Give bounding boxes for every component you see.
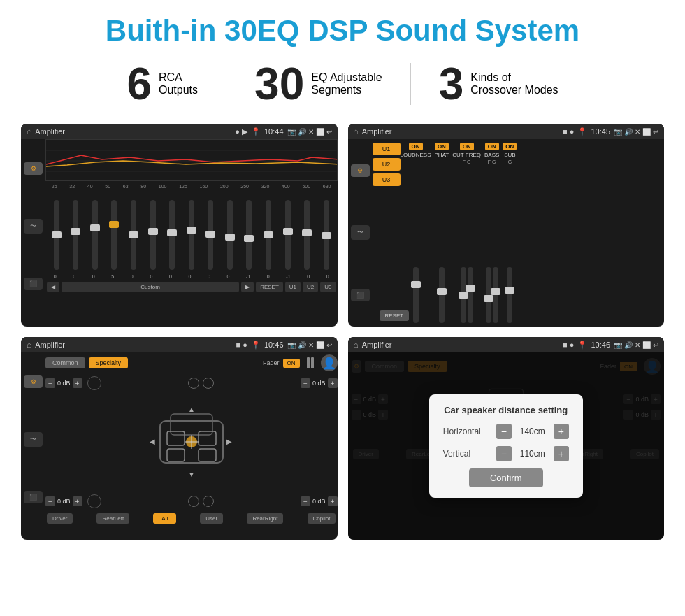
- eq-handle-3[interactable]: [109, 221, 119, 228]
- eq-slider-14[interactable]: [324, 200, 329, 270]
- eq-slider-13[interactable]: [304, 200, 310, 270]
- eq-slider-0[interactable]: [54, 200, 59, 270]
- eq-u2-btn[interactable]: U2: [303, 282, 318, 292]
- eq-handle-13[interactable]: [302, 229, 312, 236]
- home-icon-3[interactable]: ⌂: [27, 340, 31, 350]
- stat-label-rca: RCA Outputs: [159, 71, 198, 96]
- crossover-sidebar-btn-1[interactable]: ⚙: [351, 164, 370, 177]
- eq-next-btn[interactable]: ▶: [241, 282, 254, 292]
- cutfreq-slider-1[interactable]: [461, 267, 466, 323]
- eq-handle-5[interactable]: [148, 228, 158, 235]
- db-minus-bl[interactable]: −: [45, 496, 55, 506]
- eq-handle-7[interactable]: [187, 227, 196, 234]
- btn-user[interactable]: User: [200, 513, 223, 524]
- confirm-button[interactable]: Confirm: [469, 468, 543, 487]
- eq-sidebar-btn-1[interactable]: ⚙: [24, 162, 43, 175]
- bass-slider-2[interactable]: [493, 267, 498, 323]
- fader-toggle[interactable]: ON: [283, 359, 300, 368]
- eq-handle-1[interactable]: [71, 228, 80, 235]
- tab-common[interactable]: Common: [45, 357, 85, 368]
- vertical-value: 110cm: [515, 449, 550, 459]
- vertical-minus[interactable]: −: [496, 446, 512, 461]
- fader-sidebar-btn-2[interactable]: 〜: [24, 432, 43, 447]
- preset-u1[interactable]: U1: [373, 143, 401, 155]
- status-bar-3: ⌂ Amplifier ■ ● 📍 10:46 📷 🔊 ✕ ⬜ ↩: [21, 337, 338, 352]
- eq-handle-12[interactable]: [283, 228, 293, 235]
- fader-sidebar-btn-3[interactable]: ⬛: [24, 491, 43, 503]
- eq-sidebar-btn-2[interactable]: 〜: [24, 219, 43, 234]
- preset-u3[interactable]: U3: [373, 173, 401, 186]
- eq-prev-btn[interactable]: ◀: [47, 282, 59, 292]
- eq-slider-1[interactable]: [73, 200, 78, 270]
- eq-slider-8[interactable]: [208, 200, 213, 270]
- eq-handle-6[interactable]: [167, 229, 177, 236]
- bass-slider-1[interactable]: [486, 267, 491, 323]
- eq-bottom-bar: ◀ Custom ▶ RESET U1 U2 U3: [45, 280, 338, 294]
- preset-u2[interactable]: U2: [373, 158, 401, 171]
- db-plus-bl[interactable]: +: [73, 496, 82, 506]
- sub-slider[interactable]: [507, 267, 512, 323]
- distance-dialog: Car speaker distance setting Horizontal …: [429, 394, 583, 498]
- eq-u3-btn[interactable]: U3: [320, 282, 336, 292]
- db-plus-br[interactable]: +: [328, 496, 338, 506]
- eq-slider-7[interactable]: [189, 200, 194, 270]
- status-icons-1: 📷 🔊 ✕ ⬜ ↩: [287, 128, 332, 136]
- eq-handle-9[interactable]: [225, 234, 235, 241]
- cutfreq-on[interactable]: ON: [460, 143, 474, 150]
- horizontal-plus[interactable]: +: [554, 424, 569, 439]
- reset-btn[interactable]: RESET: [380, 310, 410, 321]
- eq-handle-10[interactable]: [244, 235, 254, 242]
- btn-driver[interactable]: Driver: [47, 513, 73, 524]
- horizontal-control: − 140cm +: [496, 424, 569, 439]
- eq-slider-10[interactable]: [246, 200, 252, 270]
- eq-custom-btn[interactable]: Custom: [62, 282, 239, 292]
- vertical-plus[interactable]: +: [554, 446, 569, 461]
- eq-reset-btn[interactable]: RESET: [256, 282, 283, 292]
- db-minus-tr[interactable]: −: [301, 378, 310, 388]
- eq-handle-0[interactable]: [52, 231, 62, 238]
- page-wrapper: Buith-in 30EQ DSP Sound System 6 RCA Out…: [0, 0, 685, 554]
- btn-all[interactable]: All: [153, 513, 176, 524]
- eq-sidebar-btn-3[interactable]: ⬛: [24, 278, 43, 290]
- home-icon-2[interactable]: ⌂: [354, 127, 359, 136]
- loudness-on[interactable]: ON: [409, 143, 423, 150]
- profile-icon[interactable]: 👤: [321, 354, 338, 371]
- btn-rearright[interactable]: RearRight: [247, 513, 283, 524]
- tab-specialty[interactable]: Specialty: [89, 357, 129, 368]
- sub-on[interactable]: ON: [503, 143, 517, 150]
- eq-slider-3[interactable]: [111, 200, 117, 270]
- db-minus-br[interactable]: −: [301, 496, 310, 506]
- db-plus-tl[interactable]: +: [73, 378, 82, 388]
- eq-handle-4[interactable]: [129, 231, 138, 238]
- bass-on[interactable]: ON: [485, 143, 499, 150]
- phat-on[interactable]: ON: [435, 143, 449, 150]
- eq-handle-8[interactable]: [206, 231, 215, 238]
- db-plus-tr[interactable]: +: [328, 378, 338, 388]
- loudness-slider-l[interactable]: [413, 267, 419, 323]
- eq-slider-12[interactable]: [285, 200, 291, 270]
- cutfreq-slider-2[interactable]: [468, 267, 473, 323]
- btn-rearleft[interactable]: RearLeft: [96, 513, 129, 524]
- eq-slider-9[interactable]: [227, 200, 233, 270]
- horizontal-minus[interactable]: −: [496, 424, 512, 439]
- location-icon-4: 📍: [577, 341, 587, 350]
- eq-slider-2[interactable]: [92, 200, 98, 270]
- home-icon-1[interactable]: ⌂: [27, 127, 31, 136]
- fader-sidebar-btn-1[interactable]: ⚙: [24, 375, 43, 388]
- eq-slider-6[interactable]: [169, 200, 175, 270]
- home-icon-4[interactable]: ⌂: [354, 340, 359, 350]
- eq-handle-11[interactable]: [264, 231, 273, 238]
- eq-handle-2[interactable]: [90, 224, 100, 231]
- crossover-sidebar-btn-2[interactable]: 〜: [351, 225, 370, 240]
- btn-copilot[interactable]: Copilot: [308, 513, 336, 524]
- eq-u1-btn[interactable]: U1: [285, 282, 301, 292]
- phat-slider[interactable]: [439, 267, 445, 323]
- eq-handle-14[interactable]: [322, 232, 331, 239]
- eq-slider-11[interactable]: [266, 200, 271, 270]
- crossover-sidebar-btn-3[interactable]: ⬛: [351, 289, 370, 301]
- fader-label: Fader: [263, 359, 280, 366]
- fader-top-controls: − 0 dB + −: [45, 376, 338, 390]
- db-minus-tl[interactable]: −: [45, 378, 55, 388]
- eq-slider-4[interactable]: [131, 200, 136, 270]
- eq-slider-5[interactable]: [150, 200, 156, 270]
